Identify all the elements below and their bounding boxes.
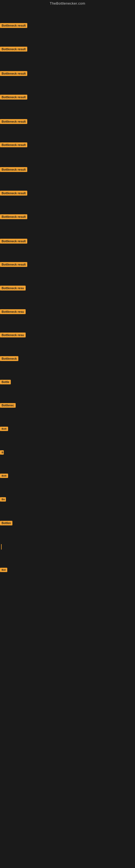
bottleneck-row-11: Bottleneck result [0,262,135,268]
bottleneck-badge-24: Bot [0,568,7,572]
bottleneck-row-9: Bottleneck result [0,214,135,220]
bottleneck-row-21: Bo [0,497,135,503]
bottleneck-badge-17: Bottlenec [0,403,16,408]
bottleneck-badge-15: Bottleneck [0,356,18,361]
bottleneck-badge-2: Bottleneck result [0,46,27,52]
bottleneck-badge-19: B [0,450,4,455]
bottleneck-badge-14: Bottleneck resu [0,333,26,337]
bottleneck-row-1: Bottleneck result [0,23,135,29]
bottleneck-badge-21: Bo [0,497,6,501]
page-wrapper: TheBottlenecker.com Bottleneck resultBot… [0,0,135,868]
bottleneck-row-3: Bottleneck result [0,71,135,77]
bottleneck-row-17: Bottlenec [0,403,135,409]
bottleneck-row-2: Bottleneck result [0,46,135,53]
bottleneck-row-14: Bottleneck resu [0,333,135,339]
bottleneck-badge-16: Bottle [0,380,11,384]
bottleneck-badge-11: Bottleneck result [0,262,27,267]
bottleneck-badge-3: Bottleneck result [0,71,27,76]
bottleneck-badge-4: Bottleneck result [0,95,27,99]
bottleneck-badge-8: Bottleneck result [0,191,27,195]
bottleneck-row-7: Bottleneck result [0,167,135,173]
bottleneck-badge-5: Bottleneck result [0,119,27,124]
bottleneck-badge-20: Bott [0,474,8,478]
bottleneck-badge-7: Bottleneck result [0,167,27,172]
bottleneck-row-15: Bottleneck [0,356,135,362]
bottleneck-row-20: Bott [0,474,135,479]
bottleneck-badge-6: Bottleneck result [0,143,27,147]
bottleneck-badge-22: Bottlen [0,521,12,525]
bottleneck-row-16: Bottle [0,380,135,385]
bottleneck-row-22: Bottlen [0,521,135,527]
bottleneck-row-13: Bottleneck resu [0,309,135,315]
bottleneck-badge-12: Bottleneck resu [0,286,26,290]
bottleneck-badge-13: Bottleneck resu [0,309,26,314]
site-title: TheBottlenecker.com [0,0,135,8]
bottleneck-row-24: Bot [0,568,135,573]
bottleneck-row-18: Bott [0,427,135,432]
bottleneck-badge-9: Bottleneck result [0,214,27,219]
bottleneck-row-6: Bottleneck result [0,143,135,148]
bottleneck-row-12: Bottleneck resu [0,286,135,291]
bottleneck-badge-18: Bott [0,427,8,431]
bottleneck-row-19: B [0,450,135,456]
bottleneck-badge-10: Bottleneck result [0,239,27,244]
bottleneck-row-23 [0,544,135,550]
line-indicator-23 [1,544,2,550]
bottleneck-row-8: Bottleneck result [0,191,135,197]
bottleneck-badge-1: Bottleneck result [0,23,27,28]
bottleneck-row-5: Bottleneck result [0,119,135,125]
bottleneck-row-10: Bottleneck result [0,239,135,245]
bottleneck-row-4: Bottleneck result [0,95,135,101]
rows-container: Bottleneck resultBottleneck resultBottle… [0,8,135,595]
